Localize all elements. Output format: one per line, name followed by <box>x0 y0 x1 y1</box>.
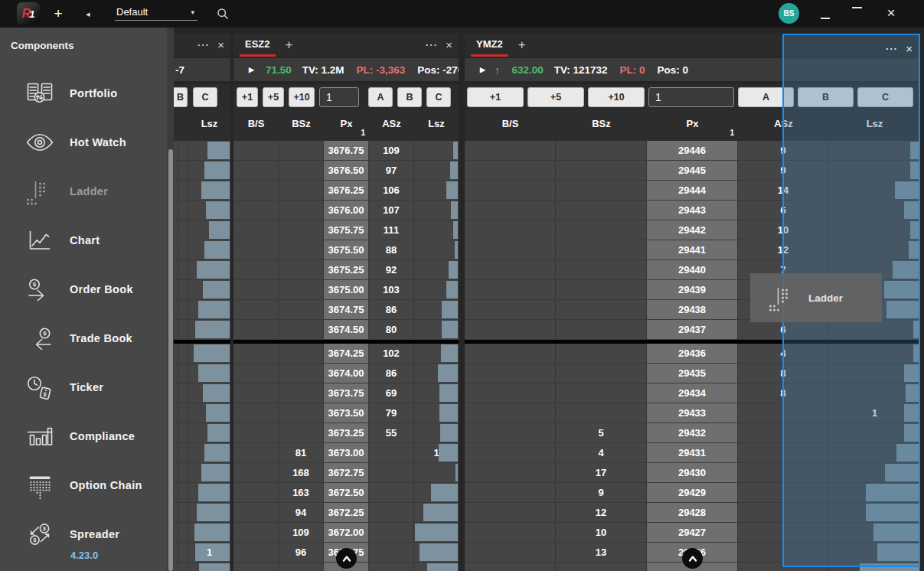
recenter-button[interactable] <box>336 548 357 569</box>
cell-lsz[interactable] <box>188 260 230 279</box>
cell-lsz[interactable] <box>188 220 230 240</box>
cell-px[interactable]: 29431 <box>647 443 738 462</box>
cell-bs[interactable] <box>233 320 279 339</box>
sidebar-item-compliance[interactable]: Compliance <box>0 412 167 461</box>
cell-px[interactable]: 29436 <box>647 344 738 363</box>
ladder-row[interactable] <box>174 161 230 181</box>
avatar[interactable]: BS <box>779 3 799 24</box>
cell-bsz[interactable] <box>279 383 324 403</box>
cell-asz[interactable]: 55 <box>369 423 414 442</box>
qty-step-button[interactable]: +5 <box>527 87 584 107</box>
cell-lsz[interactable] <box>414 463 459 482</box>
cell-lsz[interactable] <box>414 181 459 200</box>
cell-bsz[interactable] <box>279 344 324 363</box>
cell-lsz[interactable] <box>414 383 459 403</box>
cell-lsz[interactable] <box>188 403 230 423</box>
cell-asz[interactable] <box>369 563 414 571</box>
cell-bs[interactable] <box>233 463 279 482</box>
cell-bs[interactable] <box>233 403 279 423</box>
cell-asz[interactable]: 102 <box>369 344 414 363</box>
cell-asz[interactable]: 92 <box>369 260 414 279</box>
cell-bsz[interactable] <box>556 141 647 160</box>
cell-asz[interactable]: 86 <box>369 364 414 383</box>
add-workspace-button[interactable]: + <box>51 0 66 28</box>
cell-lsz[interactable] <box>414 300 459 319</box>
cell-lsz[interactable] <box>188 483 230 502</box>
cell-bsz[interactable]: 9 <box>556 483 647 502</box>
cell-px[interactable]: 29434 <box>647 383 738 403</box>
cell-px[interactable]: 3673.75 <box>324 383 369 403</box>
cell-asz[interactable]: 97 <box>369 161 414 180</box>
cell-bsz[interactable]: 96 <box>279 543 324 562</box>
panel-close-icon[interactable]: × <box>906 39 913 59</box>
ladder-row[interactable] <box>174 563 230 571</box>
workspace-select[interactable]: Default ▾ <box>115 4 198 21</box>
ladder-row[interactable]: 3674.7586 <box>233 300 459 320</box>
cell-asz[interactable]: 88 <box>369 240 414 259</box>
cell-bsz[interactable]: 17 <box>556 463 647 482</box>
cell-bs[interactable] <box>465 543 556 562</box>
sidebar-item-ladder[interactable]: Ladder <box>0 167 167 216</box>
ladder-row[interactable] <box>174 280 230 300</box>
ladder-row[interactable] <box>174 141 230 161</box>
cell-bsz[interactable]: 109 <box>279 523 324 542</box>
cell-bsz[interactable] <box>556 201 647 220</box>
cell-px[interactable]: 29439 <box>647 280 738 299</box>
cell-bsz[interactable] <box>279 364 324 383</box>
cell-bs[interactable] <box>233 141 279 160</box>
cell-asz[interactable]: 111 <box>369 220 414 240</box>
cell-bsz[interactable] <box>279 240 324 259</box>
cell-lsz[interactable] <box>414 543 459 562</box>
ladder-row[interactable] <box>174 300 230 320</box>
cell-bsz[interactable]: 81 <box>279 443 324 462</box>
cell-bs[interactable] <box>233 260 279 279</box>
ladder-row[interactable]: 943672.25 <box>233 503 459 523</box>
qty-step-button[interactable]: +1 <box>467 87 524 107</box>
cell-bsz[interactable] <box>279 220 324 240</box>
cell-spacer[interactable] <box>178 300 188 319</box>
cell-px[interactable]: 3674.75 <box>324 300 369 319</box>
cell-px[interactable]: 3672.00 <box>324 523 369 542</box>
cell-asz[interactable]: 107 <box>369 201 414 220</box>
cell-bsz[interactable]: 10 <box>556 523 647 542</box>
cell-spacer[interactable] <box>178 201 188 220</box>
cell-px[interactable]: 29445 <box>647 161 738 180</box>
cell-lsz[interactable] <box>188 523 230 542</box>
cell-bsz[interactable] <box>279 563 324 571</box>
cell-px[interactable]: 29430 <box>647 463 738 482</box>
cell-lsz[interactable] <box>414 423 459 442</box>
cell-asz[interactable]: 109 <box>369 141 414 160</box>
cell-bsz[interactable] <box>556 280 647 299</box>
sidebar-item-portfolio[interactable]: Portfolio <box>0 69 167 118</box>
cell-bsz[interactable] <box>279 423 324 442</box>
cell-asz[interactable] <box>369 503 414 522</box>
cell-bs[interactable] <box>465 563 556 571</box>
close-button[interactable]: × <box>883 0 899 28</box>
cell-px[interactable]: 3672.50 <box>324 483 369 502</box>
ladder-row[interactable] <box>174 523 230 543</box>
ladder-row[interactable]: 3676.25106 <box>233 181 459 201</box>
qty-step-button[interactable]: +5 <box>263 87 284 107</box>
cell-bsz[interactable]: 5 <box>556 423 647 442</box>
ladder-row[interactable]: 3676.75109 <box>233 141 459 161</box>
cell-spacer[interactable] <box>178 423 188 442</box>
cell-bsz[interactable] <box>556 260 647 279</box>
cell-spacer[interactable] <box>178 483 188 502</box>
cell-px[interactable]: 29444 <box>647 181 738 200</box>
ladder-row[interactable]: 1633672.50 <box>233 483 459 503</box>
cell-lsz[interactable] <box>188 181 230 200</box>
cell-bs[interactable] <box>233 503 279 522</box>
ladder-row[interactable]: 3674.5080 <box>233 320 459 340</box>
cell-bs[interactable] <box>233 161 279 180</box>
ladder-row[interactable]: 3674.0086 <box>233 364 459 383</box>
cell-bsz[interactable] <box>279 201 324 220</box>
cell-bsz[interactable] <box>556 364 647 383</box>
scrollbar-thumb[interactable] <box>168 149 173 571</box>
cell-bs[interactable] <box>465 201 556 220</box>
cell-bsz[interactable] <box>279 403 324 423</box>
cell-bsz[interactable] <box>556 181 647 200</box>
cell-bs[interactable] <box>465 423 556 442</box>
panel-close-icon[interactable]: × <box>217 34 224 57</box>
cell-lsz[interactable] <box>414 344 459 363</box>
ladder-row[interactable] <box>174 220 230 240</box>
